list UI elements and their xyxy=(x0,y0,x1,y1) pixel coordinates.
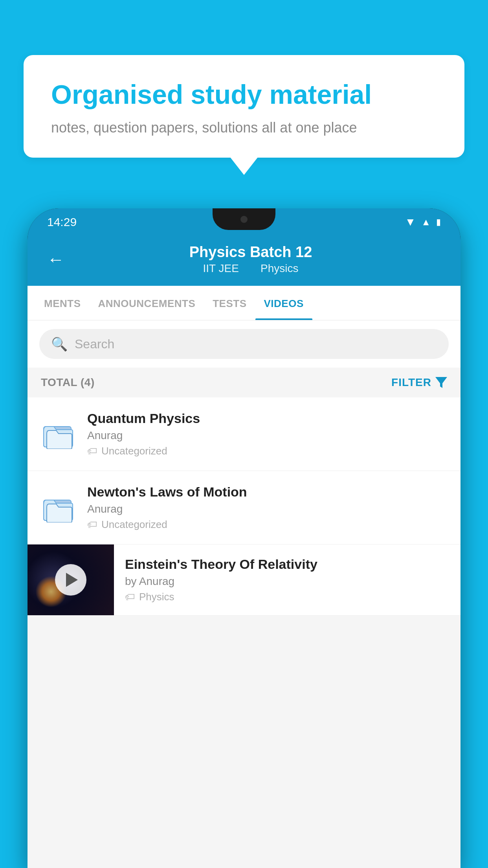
video-title: Quantum Physics xyxy=(87,411,447,426)
camera xyxy=(240,216,248,223)
speech-bubble: Organised study material notes, question… xyxy=(24,55,464,158)
search-icon: 🔍 xyxy=(51,336,68,352)
phone-inner: 14:29 ▼ ▲ ▮ ← Physics Batch 12 xyxy=(28,208,460,868)
notch xyxy=(213,208,275,230)
total-count: TOTAL (4) xyxy=(41,376,95,389)
background: Organised study material notes, question… xyxy=(0,0,488,868)
play-button[interactable] xyxy=(55,564,86,596)
filter-bar: TOTAL (4) FILTER xyxy=(28,368,460,397)
search-container: 🔍 Search xyxy=(28,320,460,368)
status-time: 14:29 xyxy=(47,215,77,229)
tabs-bar: MENTS ANNOUNCEMENTS TESTS VIDEOS xyxy=(28,286,460,320)
wifi-icon: ▼ xyxy=(405,216,416,228)
folder-icon-container-2 xyxy=(41,490,76,525)
filter-button[interactable]: FILTER xyxy=(391,376,447,389)
video-thumbnail xyxy=(28,544,114,615)
tab-tests[interactable]: TESTS xyxy=(204,286,255,320)
video-info: Quantum Physics Anurag 🏷 Uncategorized xyxy=(87,411,447,457)
folder-icon xyxy=(43,419,74,449)
svg-marker-0 xyxy=(435,377,447,388)
tag-icon: 🏷 xyxy=(87,445,97,457)
list-item[interactable]: Quantum Physics Anurag 🏷 Uncategorized xyxy=(28,397,460,471)
search-placeholder: Search xyxy=(75,337,114,351)
video-title-3: Einstein's Theory Of Relativity xyxy=(125,557,447,572)
app-header: ← Physics Batch 12 IIT JEE Physics xyxy=(28,236,460,286)
video-author-3: by Anurag xyxy=(125,575,447,588)
filter-label: FILTER xyxy=(391,376,431,389)
status-icons: ▼ ▲ ▮ xyxy=(405,216,441,228)
subtitle-left: IIT JEE xyxy=(203,262,239,274)
search-input-wrapper[interactable]: 🔍 Search xyxy=(39,329,449,359)
tag-text: Uncategorized xyxy=(101,445,167,457)
tab-announcements[interactable]: ANNOUNCEMENTS xyxy=(90,286,204,320)
tag-icon-2: 🏷 xyxy=(87,519,97,531)
header-title-group: Physics Batch 12 IIT JEE Physics xyxy=(76,244,425,275)
video-author: Anurag xyxy=(87,429,447,442)
list-item[interactable]: Newton's Laws of Motion Anurag 🏷 Uncateg… xyxy=(28,471,460,544)
header-subtitle: IIT JEE Physics xyxy=(76,262,425,275)
filter-icon xyxy=(435,377,447,388)
video-tag: 🏷 Uncategorized xyxy=(87,445,447,457)
tag-text-2: Uncategorized xyxy=(101,519,167,531)
status-bar: 14:29 ▼ ▲ ▮ xyxy=(28,208,460,236)
list-item-thumb[interactable]: Einstein's Theory Of Relativity by Anura… xyxy=(28,544,460,616)
video-author-2: Anurag xyxy=(87,503,447,515)
speech-bubble-container: Organised study material notes, question… xyxy=(24,55,464,158)
header-title: Physics Batch 12 xyxy=(76,244,425,261)
folder-icon-container xyxy=(41,416,76,452)
video-title-2: Newton's Laws of Motion xyxy=(87,484,447,500)
tab-ments[interactable]: MENTS xyxy=(35,286,90,320)
speech-bubble-title: Organised study material xyxy=(51,79,437,111)
subtitle-right: Physics xyxy=(261,262,298,274)
battery-icon: ▮ xyxy=(436,217,441,227)
back-button[interactable]: ← xyxy=(47,251,64,268)
video-tag-2: 🏷 Uncategorized xyxy=(87,519,447,531)
video-info-2: Newton's Laws of Motion Anurag 🏷 Uncateg… xyxy=(87,484,447,531)
phone-frame: 14:29 ▼ ▲ ▮ ← Physics Batch 12 xyxy=(28,208,460,868)
signal-icon: ▲ xyxy=(421,217,431,228)
speech-bubble-subtitle: notes, question papers, solutions all at… xyxy=(51,120,437,136)
tab-videos[interactable]: VIDEOS xyxy=(255,286,312,320)
video-list: Quantum Physics Anurag 🏷 Uncategorized xyxy=(28,397,460,616)
video-info-3: Einstein's Theory Of Relativity by Anura… xyxy=(125,546,447,614)
tag-icon-3: 🏷 xyxy=(125,591,135,603)
play-icon xyxy=(66,573,78,587)
tag-text-3: Physics xyxy=(139,591,174,603)
video-tag-3: 🏷 Physics xyxy=(125,591,447,603)
screen-content: 🔍 Search TOTAL (4) FILTER xyxy=(28,320,460,868)
folder-icon-2 xyxy=(43,493,74,522)
